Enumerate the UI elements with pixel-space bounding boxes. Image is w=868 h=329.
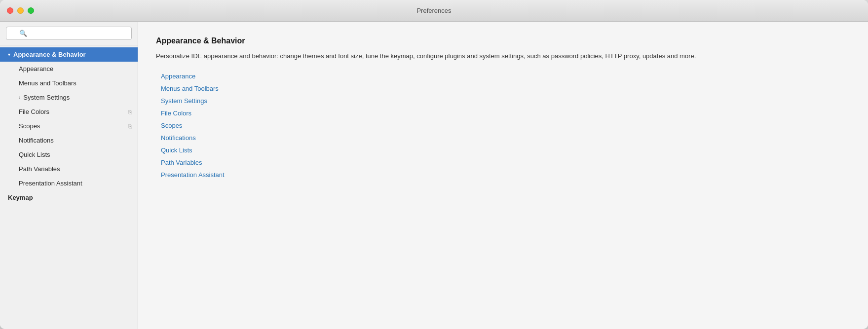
sidebar-item-file-colors[interactable]: File Colors ⎘ [0,105,138,119]
list-item: System Settings [161,97,850,105]
list-item: Path Variables [161,159,850,166]
sidebar-item-label: Scopes [19,122,128,130]
content-area: 🔍 ▾ Appearance & Behavior Appearance Men… [0,22,868,329]
sidebar-item-path-variables[interactable]: Path Variables [0,162,138,176]
window-title: Preferences [416,7,451,14]
list-item: File Colors [161,110,850,117]
copy-icon: ⎘ [128,109,132,115]
preferences-window: Preferences 🔍 ▾ Appearance & Behavior [0,0,868,329]
close-button[interactable] [7,7,13,14]
sidebar-item-label: Menus and Toolbars [19,79,132,87]
sidebar: 🔍 ▾ Appearance & Behavior Appearance Men… [0,22,138,329]
sidebar-item-label: Presentation Assistant [19,180,132,187]
search-container: 🔍 [0,22,138,45]
sidebar-item-menus-toolbars[interactable]: Menus and Toolbars [0,76,138,90]
sidebar-item-label: Path Variables [19,165,132,173]
sidebar-item-label: Keymap [8,194,132,201]
list-item: Appearance [161,73,850,80]
search-input[interactable] [6,27,132,40]
sidebar-item-label: Appearance [19,65,132,73]
sidebar-item-presentation-assistant[interactable]: Presentation Assistant [0,176,138,190]
maximize-button[interactable] [28,7,34,14]
section-title: Appearance & Behavior [156,37,850,45]
link-menus-toolbars[interactable]: Menus and Toolbars [161,85,219,92]
sidebar-item-appearance[interactable]: Appearance [0,62,138,76]
list-item: Scopes [161,122,850,129]
titlebar: Preferences [0,0,868,22]
link-quick-lists[interactable]: Quick Lists [161,146,192,154]
chevron-right-icon: › [19,95,20,100]
sidebar-item-system-settings[interactable]: › System Settings [0,90,138,105]
sidebar-item-notifications[interactable]: Notifications [0,133,138,147]
sidebar-item-label: Quick Lists [19,151,132,158]
link-appearance[interactable]: Appearance [161,73,195,80]
link-notifications[interactable]: Notifications [161,134,196,142]
link-presentation-assistant[interactable]: Presentation Assistant [161,171,225,179]
list-item: Notifications [161,134,850,142]
section-description: Personalize IDE appearance and behavior:… [156,51,850,62]
sidebar-item-quick-lists[interactable]: Quick Lists [0,147,138,162]
chevron-down-icon: ▾ [8,52,10,57]
link-path-variables[interactable]: Path Variables [161,159,202,166]
link-system-settings[interactable]: System Settings [161,97,207,105]
minimize-button[interactable] [17,7,24,14]
sidebar-item-scopes[interactable]: Scopes ⎘ [0,119,138,133]
sidebar-item-label: Appearance & Behavior [13,51,132,58]
sidebar-item-label: System Settings [23,94,132,101]
search-wrapper: 🔍 [6,27,132,40]
list-item: Menus and Toolbars [161,85,850,92]
list-item: Quick Lists [161,146,850,154]
sidebar-item-label: Notifications [19,137,132,144]
sidebar-item-keymap[interactable]: Keymap [0,190,138,205]
links-list: Appearance Menus and Toolbars System Set… [156,73,850,179]
sidebar-item-appearance-behavior[interactable]: ▾ Appearance & Behavior [0,47,138,62]
list-item: Presentation Assistant [161,171,850,179]
sidebar-item-label: File Colors [19,108,128,115]
main-content: Appearance & Behavior Personalize IDE ap… [138,22,868,329]
window-controls [7,7,34,14]
link-scopes[interactable]: Scopes [161,122,182,129]
nav-list: ▾ Appearance & Behavior Appearance Menus… [0,45,138,207]
link-file-colors[interactable]: File Colors [161,110,191,117]
copy-icon: ⎘ [128,123,132,129]
